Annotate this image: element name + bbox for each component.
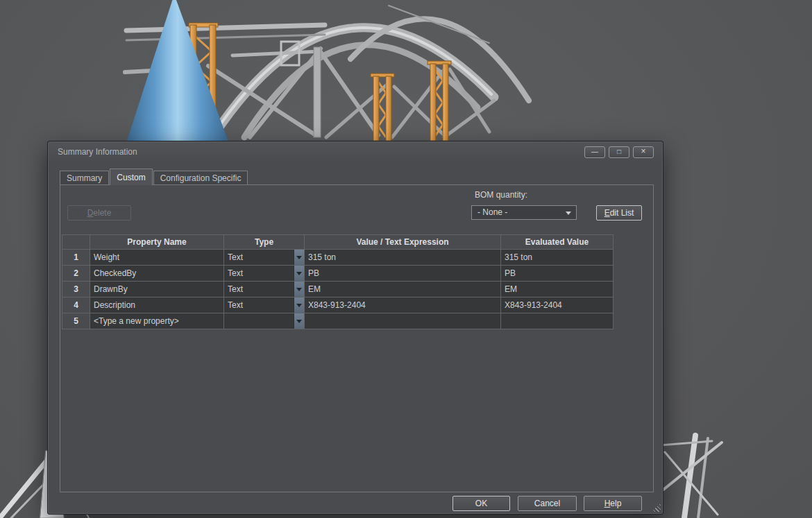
- header-type: Type: [224, 235, 305, 250]
- chevron-down-icon: [296, 304, 302, 307]
- custom-properties-table: Property Name Type Value / Text Expressi…: [62, 234, 614, 329]
- chevron-down-icon: [296, 256, 302, 259]
- help-label: elp: [610, 499, 621, 508]
- edit-list-button[interactable]: Edit List: [596, 205, 642, 221]
- property-name-cell[interactable]: Weight: [90, 250, 224, 266]
- type-value: Text: [228, 268, 243, 278]
- value-expression-cell[interactable]: EM: [305, 282, 501, 297]
- chevron-down-icon: [296, 272, 302, 275]
- edit-list-label: dit List: [610, 208, 634, 218]
- value-expression-cell[interactable]: [305, 313, 501, 329]
- new-property-cell[interactable]: <Type a new property>: [90, 313, 224, 329]
- cancel-button[interactable]: Cancel: [518, 496, 577, 511]
- bom-quantity-label: BOM quantity:: [475, 190, 527, 200]
- row-number[interactable]: 1: [62, 250, 90, 266]
- row-number[interactable]: 5: [62, 313, 90, 329]
- tab-configuration-specific[interactable]: Configuration Specific: [153, 171, 248, 184]
- tab-bar: Summary Custom Configuration Specific: [60, 169, 248, 184]
- value-expression-cell[interactable]: X843-913-2404: [305, 297, 501, 313]
- bom-quantity-value: - None -: [477, 207, 507, 217]
- type-dropdown-button[interactable]: [294, 250, 304, 265]
- type-dropdown-button[interactable]: [294, 282, 304, 297]
- header-value-expression: Value / Text Expression: [305, 235, 501, 250]
- chevron-down-icon: [566, 211, 571, 215]
- resize-grip[interactable]: [652, 503, 661, 512]
- delete-button[interactable]: Delete: [67, 205, 131, 221]
- type-cell[interactable]: Text: [224, 282, 305, 297]
- row-number[interactable]: 4: [62, 297, 90, 313]
- chevron-down-icon: [296, 320, 302, 323]
- type-cell[interactable]: Text: [224, 297, 305, 313]
- type-value: Text: [228, 284, 243, 294]
- tab-content-frame: [60, 184, 654, 492]
- help-button[interactable]: Help: [584, 496, 642, 511]
- minimize-button[interactable]: —: [584, 146, 605, 158]
- table-row: 1 Weight Text 315 ton 315 ton: [62, 250, 614, 266]
- tab-summary[interactable]: Summary: [60, 171, 109, 184]
- table-row: 4 Description Text X843-913-2404 X843-91…: [62, 297, 614, 313]
- evaluated-value-cell[interactable]: 315 ton: [501, 250, 614, 266]
- ok-button[interactable]: OK: [452, 496, 510, 511]
- window-controls: — □ ×: [584, 146, 654, 158]
- property-name-cell[interactable]: CheckedBy: [90, 266, 224, 282]
- type-cell[interactable]: Text: [224, 250, 305, 266]
- evaluated-value-cell[interactable]: [501, 313, 614, 329]
- dialog-title: Summary Information: [58, 147, 137, 157]
- bom-quantity-dropdown[interactable]: - None -: [471, 205, 577, 220]
- close-button[interactable]: ×: [633, 146, 654, 158]
- edit-list-mnemonic: E: [604, 208, 610, 218]
- type-value: Text: [228, 252, 243, 262]
- table-header-row: Property Name Type Value / Text Expressi…: [62, 235, 614, 250]
- dialog-titlebar[interactable]: Summary Information: [49, 142, 662, 162]
- row-number[interactable]: 3: [62, 282, 90, 297]
- minimize-icon: —: [591, 148, 598, 155]
- table-row: 3 DrawnBy Text EM EM: [62, 282, 614, 297]
- table-row: 2 CheckedBy Text PB PB: [62, 266, 614, 282]
- chevron-down-icon: [296, 288, 302, 291]
- type-dropdown-button[interactable]: [294, 297, 304, 313]
- close-icon: ×: [641, 146, 645, 156]
- type-dropdown-button[interactable]: [294, 313, 304, 329]
- evaluated-value-cell[interactable]: EM: [501, 282, 614, 297]
- row-number[interactable]: 2: [62, 266, 90, 282]
- value-expression-cell[interactable]: 315 ton: [305, 250, 501, 266]
- evaluated-value-cell[interactable]: PB: [501, 266, 614, 282]
- summary-information-dialog: Summary Information — □ × Summary Custom…: [47, 141, 663, 515]
- type-dropdown-button[interactable]: [294, 266, 304, 281]
- type-value: Text: [228, 300, 243, 310]
- restore-icon: □: [617, 148, 621, 155]
- delete-label: elete: [93, 208, 111, 218]
- delete-label-mnemonic: D: [87, 208, 94, 218]
- evaluated-value-cell[interactable]: X843-913-2404: [501, 297, 614, 313]
- restore-button[interactable]: □: [609, 146, 629, 158]
- table-corner-cell: [62, 235, 90, 250]
- value-expression-cell[interactable]: PB: [305, 266, 501, 282]
- header-evaluated-value: Evaluated Value: [501, 235, 614, 250]
- tab-custom[interactable]: Custom: [110, 169, 152, 185]
- property-name-cell[interactable]: DrawnBy: [90, 282, 224, 297]
- header-property-name: Property Name: [90, 235, 224, 250]
- type-cell[interactable]: [224, 313, 305, 329]
- type-cell[interactable]: Text: [224, 266, 305, 282]
- property-name-cell[interactable]: Description: [90, 297, 224, 313]
- table-row: 5 <Type a new property>: [62, 313, 614, 329]
